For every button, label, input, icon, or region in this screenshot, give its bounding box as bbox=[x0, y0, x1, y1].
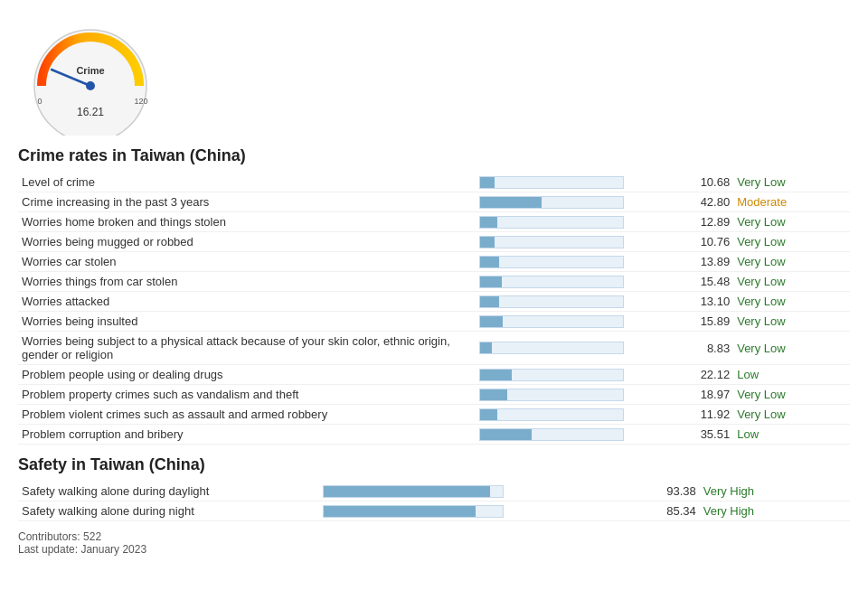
crime-value: 15.48 bbox=[684, 272, 733, 292]
crime-bar-cell bbox=[476, 292, 684, 312]
crime-value: 13.89 bbox=[684, 252, 733, 272]
crime-bar-cell bbox=[476, 173, 684, 192]
crime-bar-inner bbox=[480, 342, 492, 353]
crime-bar-inner bbox=[480, 316, 503, 327]
crime-bar-outer bbox=[479, 389, 624, 401]
crime-rating: Moderate bbox=[733, 192, 850, 212]
crime-label: Problem corruption and bribery bbox=[18, 425, 476, 445]
crime-row: Level of crime 10.68 Very Low bbox=[18, 173, 850, 192]
crime-bar-outer bbox=[479, 315, 624, 328]
crime-rating: Very Low bbox=[733, 212, 850, 232]
gauge-container: 0 120 Crime 16.21 bbox=[18, 9, 850, 136]
crime-bar-inner bbox=[480, 296, 499, 307]
crime-value: 12.89 bbox=[684, 212, 733, 232]
crime-bar-cell bbox=[476, 252, 684, 272]
crime-bar-outer bbox=[479, 236, 624, 248]
crime-label: Worries things from car stolen bbox=[18, 272, 476, 292]
crime-value: 10.76 bbox=[684, 232, 733, 252]
crime-value: 18.97 bbox=[684, 385, 733, 405]
crime-value: 10.68 bbox=[684, 173, 733, 192]
last-update-value: January 2023 bbox=[80, 543, 146, 556]
safety-bar-cell bbox=[319, 482, 620, 501]
safety-label: Safety walking alone during night bbox=[18, 501, 319, 521]
safety-table: Safety walking alone during daylight 93.… bbox=[18, 482, 850, 521]
safety-row: Safety walking alone during night 85.34 … bbox=[18, 501, 850, 521]
crime-bar-inner bbox=[480, 217, 497, 228]
crime-value: 11.92 bbox=[684, 405, 733, 425]
footer: Contributors: 522 Last update: January 2… bbox=[18, 530, 850, 556]
crime-bar-inner bbox=[480, 389, 507, 400]
crime-row: Worries attacked 13.10 Very Low bbox=[18, 292, 850, 312]
crime-value: 8.83 bbox=[684, 332, 733, 365]
crime-row: Worries car stolen 13.89 Very Low bbox=[18, 252, 850, 272]
contributors-label: Contributors: bbox=[18, 530, 83, 543]
last-update-label: Last update: bbox=[18, 543, 80, 556]
crime-rating: Very Low bbox=[733, 312, 850, 332]
crime-value: 13.10 bbox=[684, 292, 733, 312]
crime-row: Crime increasing in the past 3 years 42.… bbox=[18, 192, 850, 212]
crime-bar-outer bbox=[479, 428, 624, 441]
crime-row: Problem people using or dealing drugs 22… bbox=[18, 365, 850, 385]
crime-bar-cell bbox=[476, 332, 684, 365]
crime-bar-inner bbox=[480, 370, 512, 380]
gauge-value: 16.21 bbox=[77, 106, 104, 118]
crime-label: Crime increasing in the past 3 years bbox=[18, 192, 476, 212]
crime-rating: Very Low bbox=[733, 292, 850, 312]
crime-label: Worries car stolen bbox=[18, 252, 476, 272]
crime-bar-cell bbox=[476, 232, 684, 252]
crime-bar-cell bbox=[476, 365, 684, 385]
crime-bar-cell bbox=[476, 405, 684, 425]
crime-label: Worries being subject to a physical atta… bbox=[18, 332, 476, 365]
crime-value: 22.12 bbox=[684, 365, 733, 385]
safety-section-title: Safety in Taiwan (China) bbox=[18, 455, 850, 474]
crime-bar-inner bbox=[480, 257, 499, 267]
crime-row: Problem property crimes such as vandalis… bbox=[18, 385, 850, 405]
crime-bar-outer bbox=[479, 408, 624, 421]
crime-bar-outer bbox=[479, 216, 624, 229]
last-update-line: Last update: January 2023 bbox=[18, 543, 850, 556]
safety-rating: Very High bbox=[700, 501, 850, 521]
svg-text:0: 0 bbox=[37, 97, 42, 106]
crime-label: Problem property crimes such as vandalis… bbox=[18, 385, 476, 405]
crime-rating: Very Low bbox=[733, 385, 850, 405]
crime-rating: Low bbox=[733, 425, 850, 445]
crime-rating: Very Low bbox=[733, 232, 850, 252]
crime-bar-inner bbox=[480, 276, 502, 287]
crime-rating: Very Low bbox=[733, 272, 850, 292]
crime-bar-cell bbox=[476, 212, 684, 232]
safety-bar-outer bbox=[323, 505, 504, 518]
crime-row: Worries being insulted 15.89 Very Low bbox=[18, 312, 850, 332]
svg-text:Crime: Crime bbox=[76, 65, 104, 76]
crime-bar-inner bbox=[480, 177, 495, 188]
svg-point-2 bbox=[86, 81, 95, 90]
crime-label: Problem people using or dealing drugs bbox=[18, 365, 476, 385]
safety-value: 93.38 bbox=[619, 482, 700, 501]
crime-bar-outer bbox=[479, 276, 624, 288]
crime-value: 42.80 bbox=[684, 192, 733, 212]
crime-rating: Low bbox=[733, 365, 850, 385]
gauge-wrap: 0 120 Crime 16.21 bbox=[18, 9, 163, 136]
safety-bar-cell bbox=[319, 501, 620, 521]
crime-label: Worries attacked bbox=[18, 292, 476, 312]
crime-label: Level of crime bbox=[18, 173, 476, 192]
crime-bar-inner bbox=[480, 197, 542, 208]
crime-row: Worries things from car stolen 15.48 Ver… bbox=[18, 272, 850, 292]
crime-bar-outer bbox=[479, 176, 624, 189]
crime-bar-inner bbox=[480, 429, 532, 440]
crime-bar-cell bbox=[476, 425, 684, 445]
crime-row: Worries being mugged or robbed 10.76 Ver… bbox=[18, 232, 850, 252]
crime-label: Worries being insulted bbox=[18, 312, 476, 332]
crime-rating: Very Low bbox=[733, 405, 850, 425]
crime-bar-outer bbox=[479, 342, 624, 354]
crime-bar-outer bbox=[479, 295, 624, 308]
crime-bar-cell bbox=[476, 385, 684, 405]
crime-section-title: Crime rates in Taiwan (China) bbox=[18, 146, 850, 165]
svg-text:120: 120 bbox=[134, 97, 147, 106]
crime-row: Problem corruption and bribery 35.51 Low bbox=[18, 425, 850, 445]
crime-rating: Very Low bbox=[733, 332, 850, 365]
crime-bar-outer bbox=[479, 369, 624, 381]
safety-row: Safety walking alone during daylight 93.… bbox=[18, 482, 850, 501]
crime-table: Level of crime 10.68 Very Low Crime incr… bbox=[18, 173, 850, 445]
crime-row: Worries home broken and things stolen 12… bbox=[18, 212, 850, 232]
crime-row: Worries being subject to a physical atta… bbox=[18, 332, 850, 365]
